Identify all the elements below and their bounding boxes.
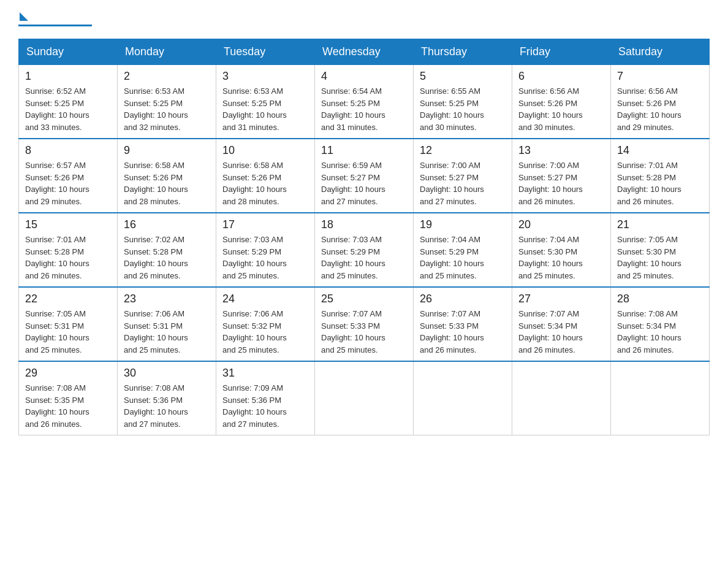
calendar-cell xyxy=(315,361,414,435)
column-header-thursday: Thursday xyxy=(414,39,512,65)
calendar-table: SundayMondayTuesdayWednesdayThursdayFrid… xyxy=(18,39,710,435)
calendar-cell: 19Sunrise: 7:04 AMSunset: 5:29 PMDayligh… xyxy=(414,213,512,287)
calendar-cell: 21Sunrise: 7:05 AMSunset: 5:30 PMDayligh… xyxy=(611,213,710,287)
day-info: Sunrise: 7:03 AMSunset: 5:29 PMDaylight:… xyxy=(321,234,407,282)
calendar-cell xyxy=(414,361,512,435)
day-info: Sunrise: 7:05 AMSunset: 5:31 PMDaylight:… xyxy=(25,308,111,356)
day-number: 23 xyxy=(124,293,210,305)
day-info: Sunrise: 6:53 AMSunset: 5:25 PMDaylight:… xyxy=(124,85,210,133)
day-info: Sunrise: 6:56 AMSunset: 5:26 PMDaylight:… xyxy=(518,85,604,133)
day-info: Sunrise: 6:55 AMSunset: 5:25 PMDaylight:… xyxy=(420,85,506,133)
calendar-cell: 9Sunrise: 6:58 AMSunset: 5:26 PMDaylight… xyxy=(118,139,216,213)
calendar-week-row: 8Sunrise: 6:57 AMSunset: 5:26 PMDaylight… xyxy=(19,139,710,213)
day-number: 28 xyxy=(617,293,703,305)
day-number: 30 xyxy=(124,367,210,380)
calendar-week-row: 1Sunrise: 6:52 AMSunset: 5:25 PMDaylight… xyxy=(19,65,710,139)
day-info: Sunrise: 6:56 AMSunset: 5:26 PMDaylight:… xyxy=(617,85,703,133)
day-number: 11 xyxy=(321,144,407,157)
logo xyxy=(18,12,92,26)
calendar-week-row: 15Sunrise: 7:01 AMSunset: 5:28 PMDayligh… xyxy=(19,213,710,287)
day-info: Sunrise: 7:01 AMSunset: 5:28 PMDaylight:… xyxy=(25,234,111,282)
calendar-cell: 27Sunrise: 7:07 AMSunset: 5:34 PMDayligh… xyxy=(512,287,611,361)
day-number: 17 xyxy=(222,218,308,231)
day-number: 21 xyxy=(617,218,703,231)
day-info: Sunrise: 7:00 AMSunset: 5:27 PMDaylight:… xyxy=(420,159,506,207)
calendar-cell: 31Sunrise: 7:09 AMSunset: 5:36 PMDayligh… xyxy=(216,361,315,435)
day-number: 31 xyxy=(222,367,308,380)
day-number: 4 xyxy=(321,70,407,83)
calendar-cell: 24Sunrise: 7:06 AMSunset: 5:32 PMDayligh… xyxy=(216,287,315,361)
column-header-saturday: Saturday xyxy=(611,39,710,65)
day-info: Sunrise: 6:52 AMSunset: 5:25 PMDaylight:… xyxy=(25,85,111,133)
calendar-cell: 3Sunrise: 6:53 AMSunset: 5:25 PMDaylight… xyxy=(216,65,315,139)
day-number: 18 xyxy=(321,218,407,231)
day-info: Sunrise: 7:08 AMSunset: 5:36 PMDaylight:… xyxy=(124,382,210,430)
calendar-cell: 5Sunrise: 6:55 AMSunset: 5:25 PMDaylight… xyxy=(414,65,512,139)
calendar-cell: 20Sunrise: 7:04 AMSunset: 5:30 PMDayligh… xyxy=(512,213,611,287)
day-number: 1 xyxy=(25,70,111,83)
column-header-wednesday: Wednesday xyxy=(315,39,414,65)
calendar-cell: 25Sunrise: 7:07 AMSunset: 5:33 PMDayligh… xyxy=(315,287,414,361)
day-number: 24 xyxy=(222,293,308,305)
logo-underline-bar xyxy=(18,25,92,26)
column-header-monday: Monday xyxy=(118,39,216,65)
calendar-cell: 10Sunrise: 6:58 AMSunset: 5:26 PMDayligh… xyxy=(216,139,315,213)
calendar-cell: 14Sunrise: 7:01 AMSunset: 5:28 PMDayligh… xyxy=(611,139,710,213)
calendar-cell: 6Sunrise: 6:56 AMSunset: 5:26 PMDaylight… xyxy=(512,65,611,139)
calendar-cell: 17Sunrise: 7:03 AMSunset: 5:29 PMDayligh… xyxy=(216,213,315,287)
calendar-cell xyxy=(611,361,710,435)
day-info: Sunrise: 6:58 AMSunset: 5:26 PMDaylight:… xyxy=(124,159,210,207)
day-info: Sunrise: 7:06 AMSunset: 5:32 PMDaylight:… xyxy=(222,308,308,356)
calendar-cell: 29Sunrise: 7:08 AMSunset: 5:35 PMDayligh… xyxy=(19,361,118,435)
day-info: Sunrise: 7:01 AMSunset: 5:28 PMDaylight:… xyxy=(617,159,703,207)
day-info: Sunrise: 7:03 AMSunset: 5:29 PMDaylight:… xyxy=(222,234,308,282)
day-info: Sunrise: 6:59 AMSunset: 5:27 PMDaylight:… xyxy=(321,159,407,207)
day-number: 6 xyxy=(518,70,604,83)
day-info: Sunrise: 7:00 AMSunset: 5:27 PMDaylight:… xyxy=(518,159,604,207)
calendar-cell: 13Sunrise: 7:00 AMSunset: 5:27 PMDayligh… xyxy=(512,139,611,213)
day-info: Sunrise: 7:04 AMSunset: 5:30 PMDaylight:… xyxy=(518,234,604,282)
day-number: 22 xyxy=(25,293,111,305)
day-number: 27 xyxy=(518,293,604,305)
calendar-cell: 18Sunrise: 7:03 AMSunset: 5:29 PMDayligh… xyxy=(315,213,414,287)
day-number: 8 xyxy=(25,144,111,157)
calendar-header-row: SundayMondayTuesdayWednesdayThursdayFrid… xyxy=(19,39,710,65)
calendar-cell: 22Sunrise: 7:05 AMSunset: 5:31 PMDayligh… xyxy=(19,287,118,361)
column-header-tuesday: Tuesday xyxy=(216,39,315,65)
day-info: Sunrise: 7:07 AMSunset: 5:33 PMDaylight:… xyxy=(321,308,407,356)
calendar-cell: 28Sunrise: 7:08 AMSunset: 5:34 PMDayligh… xyxy=(611,287,710,361)
calendar-cell: 4Sunrise: 6:54 AMSunset: 5:25 PMDaylight… xyxy=(315,65,414,139)
calendar-cell: 7Sunrise: 6:56 AMSunset: 5:26 PMDaylight… xyxy=(611,65,710,139)
day-info: Sunrise: 6:57 AMSunset: 5:26 PMDaylight:… xyxy=(25,159,111,207)
day-info: Sunrise: 6:58 AMSunset: 5:26 PMDaylight:… xyxy=(222,159,308,207)
day-number: 16 xyxy=(124,218,210,231)
calendar-cell: 12Sunrise: 7:00 AMSunset: 5:27 PMDayligh… xyxy=(414,139,512,213)
day-info: Sunrise: 7:06 AMSunset: 5:31 PMDaylight:… xyxy=(124,308,210,356)
day-info: Sunrise: 7:08 AMSunset: 5:34 PMDaylight:… xyxy=(617,308,703,356)
logo-triangle-icon xyxy=(20,12,28,21)
calendar-cell: 15Sunrise: 7:01 AMSunset: 5:28 PMDayligh… xyxy=(19,213,118,287)
calendar-cell: 23Sunrise: 7:06 AMSunset: 5:31 PMDayligh… xyxy=(118,287,216,361)
day-number: 29 xyxy=(25,367,111,380)
day-number: 14 xyxy=(617,144,703,157)
calendar-cell: 1Sunrise: 6:52 AMSunset: 5:25 PMDaylight… xyxy=(19,65,118,139)
calendar-cell: 8Sunrise: 6:57 AMSunset: 5:26 PMDaylight… xyxy=(19,139,118,213)
day-number: 13 xyxy=(518,144,604,157)
day-number: 10 xyxy=(222,144,308,157)
day-number: 5 xyxy=(420,70,506,83)
calendar-cell: 2Sunrise: 6:53 AMSunset: 5:25 PMDaylight… xyxy=(118,65,216,139)
day-info: Sunrise: 6:54 AMSunset: 5:25 PMDaylight:… xyxy=(321,85,407,133)
day-info: Sunrise: 7:07 AMSunset: 5:33 PMDaylight:… xyxy=(420,308,506,356)
day-info: Sunrise: 6:53 AMSunset: 5:25 PMDaylight:… xyxy=(222,85,308,133)
day-number: 2 xyxy=(124,70,210,83)
day-info: Sunrise: 7:08 AMSunset: 5:35 PMDaylight:… xyxy=(25,382,111,430)
day-number: 3 xyxy=(222,70,308,83)
day-info: Sunrise: 7:09 AMSunset: 5:36 PMDaylight:… xyxy=(222,382,308,430)
day-info: Sunrise: 7:02 AMSunset: 5:28 PMDaylight:… xyxy=(124,234,210,282)
page-header xyxy=(18,12,710,26)
calendar-cell: 11Sunrise: 6:59 AMSunset: 5:27 PMDayligh… xyxy=(315,139,414,213)
calendar-cell: 26Sunrise: 7:07 AMSunset: 5:33 PMDayligh… xyxy=(414,287,512,361)
day-number: 19 xyxy=(420,218,506,231)
logo-underline xyxy=(18,25,92,26)
day-number: 12 xyxy=(420,144,506,157)
